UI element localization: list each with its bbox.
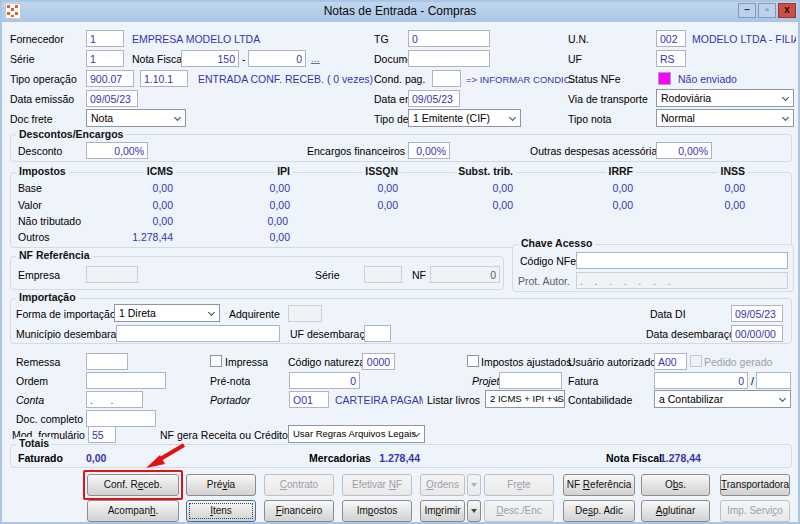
forma-importacao-select[interactable]: 1 Direta xyxy=(114,304,220,322)
serie-input[interactable] xyxy=(86,50,124,67)
doc-completo-input[interactable] xyxy=(86,410,156,427)
doc-frete-select[interactable]: Nota xyxy=(86,109,186,127)
data-di-input[interactable] xyxy=(731,305,783,322)
uf-desembaraco-input[interactable] xyxy=(364,325,391,342)
frete-button: Frete xyxy=(484,474,554,496)
desp-adic-button[interactable]: Desp. Adic xyxy=(563,500,635,522)
pedido-gerado-checkbox xyxy=(690,355,702,367)
tipo-operacao-code1-input[interactable] xyxy=(86,70,134,87)
close-button[interactable]: x xyxy=(778,3,796,18)
chevron-down-icon xyxy=(174,114,181,121)
impostos-ajustados-label: Impostos ajustados xyxy=(481,356,571,369)
impostos-cell: 0,00 xyxy=(493,182,513,195)
chevron-down-icon xyxy=(779,395,786,402)
encargos-input[interactable] xyxy=(408,142,450,159)
portador-name: CARTEIRA PAGAMI xyxy=(335,394,423,407)
cond-pag-input[interactable] xyxy=(432,70,461,87)
uf-input[interactable] xyxy=(656,50,686,67)
fornecedor-input[interactable] xyxy=(86,30,124,47)
impostos-cell: 0,00 xyxy=(725,182,745,195)
data-emissao-input[interactable] xyxy=(86,90,138,107)
nota-fiscal-more-link[interactable]: ... xyxy=(311,52,320,65)
un-label: U.N. xyxy=(568,33,589,46)
impressa-label: Impressa xyxy=(225,356,268,369)
cond-pag-label: Cond. pag. xyxy=(374,73,425,86)
impostos-cell: 0,00 xyxy=(493,199,513,212)
un-input[interactable] xyxy=(656,30,686,47)
conta-input[interactable] xyxy=(86,391,143,408)
nota-fiscal-sub-input[interactable] xyxy=(248,50,306,67)
fatura-separator: / xyxy=(751,375,754,388)
encargos-label: Encargos financeiros xyxy=(307,145,405,158)
impostos-ajustados-checkbox[interactable] xyxy=(467,355,479,367)
projeto-input[interactable] xyxy=(499,372,562,389)
obs-button[interactable]: Obs. xyxy=(641,474,710,496)
doc-completo-label: Doc. completo xyxy=(16,413,83,426)
adquirente-label: Adquirente xyxy=(229,308,280,321)
nota-fiscal-input[interactable] xyxy=(181,50,239,67)
transportadora-button[interactable]: Transportadora xyxy=(720,474,790,496)
impostos-cell: 0,00 xyxy=(613,182,633,195)
codigo-nfe-input[interactable] xyxy=(576,252,788,269)
chevron-down-icon xyxy=(782,114,789,121)
via-transporte-select[interactable]: Rodoviária xyxy=(656,89,794,107)
imprimir-button[interactable]: Imprimir xyxy=(420,500,465,522)
minimize-button[interactable]: – xyxy=(738,3,756,18)
prot-autor-label: Prot. Autor. xyxy=(518,275,570,288)
aglutinar-button[interactable]: Aglutinar xyxy=(641,500,710,522)
tipo-operacao-code2-input[interactable] xyxy=(140,70,188,87)
portador-input[interactable] xyxy=(289,391,329,408)
acompanh-button[interactable]: Acompanh. xyxy=(87,500,179,522)
fatura-input[interactable] xyxy=(654,372,748,389)
previa-button[interactable]: Prévia xyxy=(186,474,256,496)
documento-input[interactable] xyxy=(408,50,490,67)
impostos-col-inss: INSS xyxy=(717,165,748,178)
nf-gera-select[interactable]: Usar Regras Arquivos Legais xyxy=(288,425,425,443)
contabilidade-label: Contabilidade xyxy=(568,394,632,407)
municipio-desembaraco-label: Município desembaraço xyxy=(16,328,127,341)
pedido-gerado-label: Pedido gerado xyxy=(704,356,772,369)
tg-input[interactable] xyxy=(408,30,490,47)
listar-livros-select[interactable]: 2 ICMS + IPI + ISS xyxy=(485,390,565,408)
codigo-natureza-input[interactable] xyxy=(362,353,395,370)
ordem-label: Ordem xyxy=(16,375,48,388)
un-name: MODELO LTDA - FILIAL xyxy=(692,33,796,46)
impostos-col-icms: ICMS xyxy=(144,165,176,178)
outras-despesas-input[interactable] xyxy=(656,142,712,159)
chevron-down-icon xyxy=(208,309,215,316)
fatura-sub-input[interactable] xyxy=(756,372,791,389)
impressa-checkbox[interactable] xyxy=(210,355,222,367)
maximize-button[interactable]: ▫ xyxy=(758,3,776,18)
tipo-nota-select[interactable]: Normal xyxy=(656,109,794,127)
annotation-arrow xyxy=(140,442,188,472)
mod-formulario-input[interactable] xyxy=(88,426,116,443)
impostos-col-ipi: IPI xyxy=(274,165,293,178)
impostos-cell: 0,00 xyxy=(613,199,633,212)
portador-label: Portador xyxy=(210,394,250,407)
municipio-desembaraco-input[interactable] xyxy=(116,325,280,342)
faturado-value: 0,00 xyxy=(86,452,106,465)
tipo-frete-select[interactable]: 1 Emitente (CIF) xyxy=(408,109,521,127)
impostos-button[interactable]: Impostos xyxy=(342,500,412,522)
dropdown-arrow-icon xyxy=(471,509,477,513)
remessa-input[interactable] xyxy=(86,353,128,370)
cond-pag-hint: => INFORMAR CONDICAO DE PA xyxy=(466,73,572,86)
contabilidade-select[interactable]: a Contabilizar xyxy=(654,390,791,408)
data-desembaraco-input[interactable] xyxy=(731,325,783,342)
data-entrada-input[interactable] xyxy=(408,90,460,107)
status-nfe-value: Não enviado xyxy=(678,73,737,86)
pre-nota-input[interactable] xyxy=(289,372,360,389)
adquirente-input xyxy=(288,305,322,322)
annotation-highlight-rect xyxy=(83,470,183,500)
itens-button[interactable]: Itens xyxy=(186,500,256,522)
remessa-label: Remessa xyxy=(16,356,60,369)
forma-importacao-label: Forma de importação xyxy=(16,308,116,321)
desconto-input[interactable] xyxy=(86,142,148,159)
outras-despesas-label: Outras despesas acessórias xyxy=(530,145,662,158)
imprimir-dropdown-button[interactable] xyxy=(467,500,481,522)
usuario-autorizado-input[interactable] xyxy=(654,353,687,370)
nf-referencia-button[interactable]: NF Referência xyxy=(563,474,635,496)
faturado-label: Faturado xyxy=(18,452,63,465)
financeiro-button[interactable]: Financeiro xyxy=(264,500,334,522)
ordem-input[interactable] xyxy=(86,372,166,389)
